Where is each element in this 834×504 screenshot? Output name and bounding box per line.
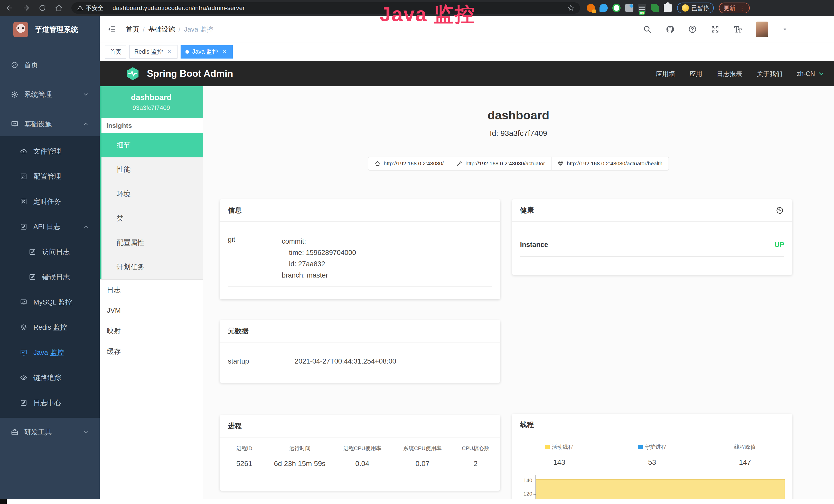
git-commit-lines: commit: time: 1596289704000 id: 27aa832 … [282, 236, 356, 281]
sba-item-mappings[interactable]: 映射 [100, 321, 203, 341]
chart-plot-area [535, 475, 785, 499]
sba-item-metrics[interactable]: 性能 [100, 157, 203, 182]
github-icon[interactable] [665, 25, 674, 33]
chart-y-axis: 140 120 100 [515, 475, 535, 499]
user-avatar[interactable] [756, 22, 768, 37]
breadcrumb-infra[interactable]: 基础设施 [148, 25, 184, 34]
sba-item-environment[interactable]: 环境 [100, 182, 203, 206]
browser-menu-dots-icon[interactable]: ⋮ [739, 5, 745, 11]
insights-group: 细节 性能 环境 类 配置属性 计划任务 [100, 133, 203, 280]
health-card: 健康 Instance UP [512, 199, 793, 275]
gauge-icon [11, 61, 19, 69]
fullscreen-icon[interactable] [711, 25, 720, 33]
health-url-button[interactable]: http://192.168.0.2:48080/actuator/health [551, 157, 669, 170]
tab-java-monitor[interactable]: Java 监控 [180, 45, 233, 59]
search-icon[interactable] [643, 25, 652, 33]
live-threads-legend-swatch [545, 445, 550, 449]
metric-uptime: 运行时间 6d 23h 15m 59s [268, 445, 332, 468]
hamburger-icon[interactable] [107, 25, 116, 33]
actuator-url-button[interactable]: http://192.168.0.2:48080/actuator [450, 157, 551, 170]
sidebar-item-mysql-monitor[interactable]: MySQL 监控 [0, 295, 100, 310]
address-bar[interactable]: 不安全 dashboard.yudao.iocoder.cn/infra/adm… [71, 2, 580, 14]
sidebar-item-infra[interactable]: 基础设施 [0, 116, 100, 132]
sba-item-loggers[interactable]: 日志 [100, 280, 203, 300]
browser-home-icon[interactable] [55, 4, 63, 12]
instance-id-line: Id: 93a3fc7f7409 [203, 129, 834, 138]
browser-forward-icon[interactable] [22, 4, 30, 12]
help-icon[interactable] [688, 25, 697, 33]
sba-logo-icon [125, 66, 140, 81]
browser-reload-icon[interactable] [39, 4, 46, 12]
sidebar-item-redis-monitor[interactable]: Redis 监控 [0, 320, 100, 335]
sidebar-item-home[interactable]: 首页 [0, 57, 100, 73]
sba-nav-applications[interactable]: 应用 [689, 70, 702, 78]
sba-nav-journal[interactable]: 日志报表 [717, 70, 742, 78]
extension-grid-icon[interactable] [625, 4, 633, 12]
service-url-button[interactable]: http://192.168.0.2:48080/ [368, 157, 450, 170]
endpoint-buttons: http://192.168.0.2:48080/ http://192.168… [203, 157, 834, 170]
extension-leaf-icon[interactable] [651, 4, 659, 12]
sba-locale-select[interactable]: zh-CN [797, 70, 825, 77]
daemon-threads-legend-swatch [638, 445, 643, 449]
tab-redis-monitor[interactable]: Redis 监控 [129, 45, 177, 59]
gear-icon [11, 91, 19, 98]
sba-item-config-props[interactable]: 配置属性 [100, 231, 203, 255]
update-button[interactable]: 更新 ⋮ [719, 3, 750, 13]
not-secure-icon [77, 5, 83, 11]
extension-y-icon[interactable] [612, 4, 620, 12]
heartbeat-icon [557, 160, 564, 167]
sba-brand[interactable]: Spring Boot Admin [125, 66, 233, 81]
caret-down-icon[interactable] [782, 26, 788, 32]
window-corner [0, 499, 7, 504]
breadcrumb: 首页 基础设施 Java 监控 [126, 25, 214, 34]
breadcrumb-home[interactable]: 首页 [126, 25, 148, 34]
extension-orange-icon[interactable] [587, 4, 595, 12]
sidebar-item-dev-tools[interactable]: 研发工具 [0, 425, 100, 440]
sba-nav: 应用墙 应用 日志报表 关于我们 zh-CN [656, 70, 825, 78]
sidebar-item-tracing[interactable]: 链路追踪 [0, 370, 100, 385]
sba-item-jvm[interactable]: JVM [100, 300, 203, 321]
extension-switch-on-icon[interactable] [638, 4, 646, 12]
close-tab-icon[interactable] [166, 48, 173, 55]
url-text[interactable]: dashboard.yudao.iocoder.cn/infra/admin-s… [112, 4, 245, 12]
sba-item-caches[interactable]: 缓存 [100, 341, 203, 362]
sidebar-item-scheduled-jobs[interactable]: 定时任务 [0, 194, 100, 209]
metadata-card: 元数据 startup 2021-04-27T00:44:31.254+08:0… [220, 320, 500, 383]
sidebar-item-file-manage[interactable]: 文件管理 [0, 143, 100, 159]
sba-item-details[interactable]: 细节 [100, 133, 203, 157]
font-size-icon[interactable] [733, 25, 742, 33]
health-instance-row: Instance UP [520, 232, 785, 257]
app-logo [13, 22, 28, 37]
sba-nav-about[interactable]: 关于我们 [757, 70, 782, 78]
instance-header[interactable]: dashboard 93a3fc7f7409 [100, 86, 203, 118]
sidebar-item-java-monitor[interactable]: Java 监控 [0, 345, 100, 360]
page-title: dashboard [203, 108, 834, 122]
bookmark-star-icon[interactable] [567, 4, 574, 12]
sidebar-item-access-logs[interactable]: 访问日志 [0, 244, 100, 259]
sba-item-classes[interactable]: 类 [100, 206, 203, 231]
extensions-puzzle-icon[interactable] [664, 4, 672, 12]
sba-nav-wallboard[interactable]: 应用墙 [656, 70, 675, 78]
extension-pin-icon[interactable] [599, 4, 608, 12]
navbar-right [643, 22, 826, 37]
extensions-row [587, 4, 672, 12]
sidebar-item-config-manage[interactable]: 配置管理 [0, 169, 100, 184]
database-monitor-icon [20, 299, 27, 306]
startup-row: startup 2021-04-27T00:44:31.254+08:00 [228, 350, 492, 372]
sidebar-item-system[interactable]: 系统管理 [0, 87, 100, 102]
browser-back-icon[interactable] [6, 4, 13, 12]
admin-header: 首页 基础设施 Java 监控 首页 Redis 监控 Java 监控 [100, 16, 834, 61]
sidebar-item-api-logs[interactable]: API 日志 [0, 219, 100, 234]
process-metrics: 进程ID 5261 运行时间 6d 23h 15m 59s 进程CPU使用率 0… [220, 437, 500, 476]
thread-stats: 活动线程 143 守护进程 53 线程峰值 147 [512, 436, 793, 468]
sidebar-item-error-logs[interactable]: 错误日志 [0, 269, 100, 285]
timer-icon [20, 198, 27, 205]
close-tab-icon[interactable] [221, 48, 228, 55]
security-label[interactable]: 不安全 [86, 4, 104, 12]
paused-badge[interactable]: 已暂停 [677, 3, 714, 13]
sidebar-item-log-center[interactable]: 日志中心 [0, 395, 100, 411]
note-pen-icon [20, 223, 27, 230]
history-icon[interactable] [775, 206, 784, 215]
tab-home[interactable]: 首页 [105, 45, 126, 59]
sba-item-scheduled-tasks[interactable]: 计划任务 [100, 255, 203, 279]
